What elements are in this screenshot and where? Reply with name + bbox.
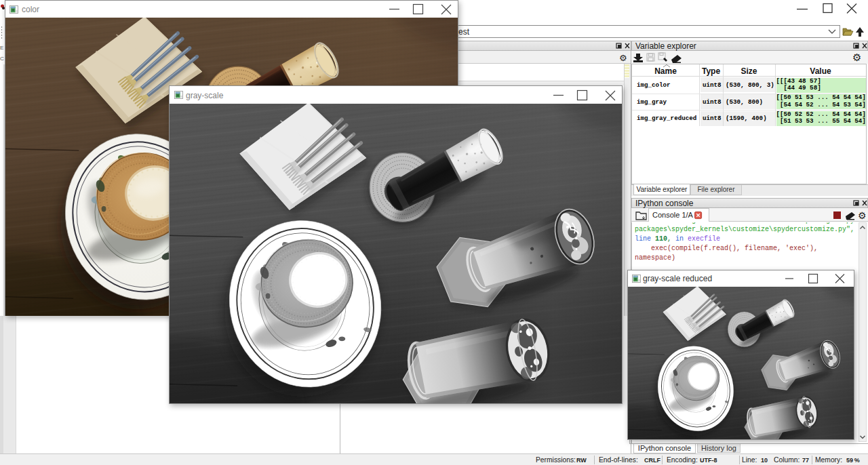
svg-text:C: C xyxy=(0,56,4,62)
svg-text:⚙: ⚙ xyxy=(858,210,867,220)
svg-text:⚙: ⚙ xyxy=(619,54,627,62)
svg-text:E: E xyxy=(0,45,3,51)
svg-text:⚙: ⚙ xyxy=(852,52,861,63)
